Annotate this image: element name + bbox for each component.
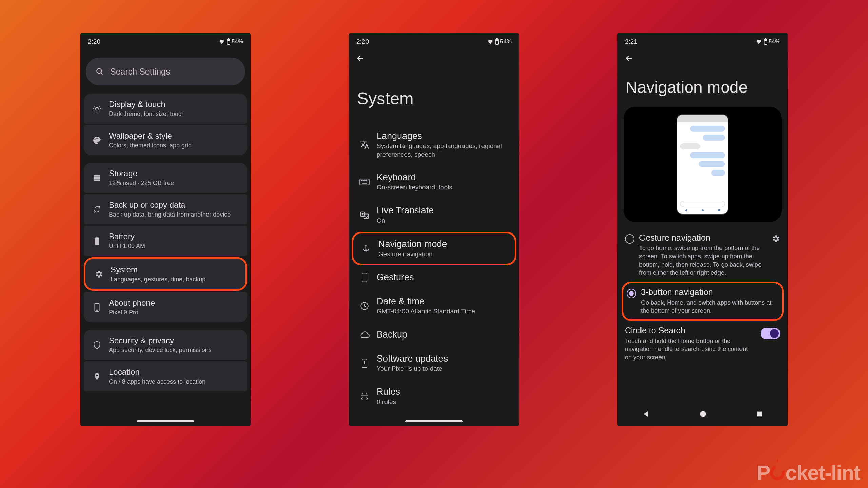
row-title: Location (109, 367, 242, 377)
row-sub: Your Pixel is up to date (377, 365, 512, 373)
svg-point-30 (700, 411, 706, 417)
svg-rect-24 (362, 273, 367, 282)
triangle-back-icon (642, 410, 650, 418)
row-navigation-mode[interactable]: Navigation modeGesture navigation (352, 232, 516, 266)
row-title: Backup (377, 329, 512, 340)
cts-toggle-on[interactable] (761, 328, 780, 339)
svg-rect-10 (96, 237, 98, 238)
row-sub: Dark theme, font size, touch (109, 110, 242, 118)
page-title: System (349, 64, 519, 124)
row-title: Gestures (377, 272, 512, 283)
option-3button-navigation[interactable]: 3-button navigation Go back, Home, and s… (622, 282, 784, 321)
nav-home-button[interactable] (699, 410, 707, 420)
wifi-icon (218, 38, 225, 45)
row-title: Date & time (377, 296, 512, 307)
gesture-nav-bar[interactable] (137, 420, 194, 422)
row-title: Rules (377, 387, 512, 397)
option-sub: To go home, swipe up from the bottom of … (639, 244, 767, 277)
row-sub: Until 1:00 AM (109, 243, 242, 250)
circle-to-search-row[interactable]: Circle to Search Touch and hold the Home… (617, 321, 788, 366)
radio-unselected[interactable] (625, 234, 634, 244)
svg-line-4 (101, 73, 102, 74)
row-backup-copy[interactable]: Back up or copy dataBack up data, bring … (84, 194, 247, 224)
row-storage[interactable]: Storage12% used · 225 GB free (84, 163, 247, 193)
back-button[interactable] (617, 47, 788, 64)
row-keyboard[interactable]: KeyboardOn-screen keyboard, tools (349, 165, 519, 199)
row-title: Languages (377, 131, 512, 141)
row-title: Live Translate (377, 205, 512, 216)
option-gesture-navigation[interactable]: Gesture navigation To go home, swipe up … (617, 228, 788, 282)
power-icon (770, 465, 785, 480)
svg-point-3 (97, 68, 101, 73)
row-title: Battery (109, 232, 242, 241)
row-rules[interactable]: Rules0 rules (349, 380, 519, 413)
row-sub: Colors, themed icons, app grid (109, 142, 242, 149)
gestures-icon (361, 272, 368, 283)
gesture-settings-button[interactable] (771, 234, 780, 244)
row-sub: 12% used · 225 GB free (109, 180, 242, 187)
svg-rect-7 (94, 177, 100, 178)
svg-rect-1 (228, 38, 229, 39)
radio-selected[interactable] (627, 289, 636, 298)
search-settings[interactable]: Search Settings (86, 58, 245, 85)
svg-rect-14 (496, 38, 498, 39)
sync-icon (93, 205, 101, 214)
svg-rect-2 (227, 41, 230, 44)
row-battery[interactable]: BatteryUntil 1:00 AM (84, 226, 247, 256)
row-display-touch[interactable]: Display & touchDark theme, font size, to… (84, 94, 247, 124)
status-time: 2:21 (625, 38, 637, 45)
row-title: Keyboard (377, 172, 512, 183)
option-title: Gesture navigation (639, 233, 767, 243)
system-list: LanguagesSystem languages, app languages… (349, 124, 519, 413)
wifi-icon (755, 38, 763, 45)
status-bar: 2:21 54% (617, 33, 788, 47)
row-languages[interactable]: LanguagesSystem languages, app languages… (349, 124, 519, 165)
row-title: Navigation mode (378, 239, 510, 249)
row-title: Storage (109, 169, 242, 178)
row-sub: On (377, 217, 512, 225)
svg-point-19 (364, 180, 365, 181)
gesture-nav-bar[interactable] (405, 420, 463, 422)
navigation-icon (361, 244, 371, 254)
status-time: 2:20 (356, 38, 369, 45)
svg-rect-9 (95, 237, 99, 245)
nav-recents-button[interactable] (756, 410, 763, 419)
battery-text: 54% (232, 38, 243, 45)
row-title: Back up or copy data (109, 200, 242, 210)
svg-rect-31 (757, 412, 762, 417)
location-icon (93, 372, 101, 381)
row-live-translate[interactable]: Live TranslateOn (349, 199, 519, 232)
row-sub: App security, device lock, permissions (109, 347, 242, 354)
nav-preview (624, 107, 782, 222)
watermark: Pcket-lint (756, 461, 860, 485)
row-title: Security & privacy (109, 336, 242, 345)
row-location[interactable]: LocationOn / 8 apps have access to locat… (84, 361, 247, 391)
row-sub: GMT-04:00 Atlantic Standard Time (377, 307, 512, 316)
row-system[interactable]: SystemLanguages, gestures, time, backup (84, 257, 247, 291)
back-button[interactable] (349, 47, 519, 64)
brightness-icon (93, 104, 101, 113)
battery-icon (226, 38, 231, 45)
nav-back-button[interactable] (642, 410, 650, 420)
cts-sub: Touch and hold the Home button or the na… (625, 337, 755, 362)
row-backup[interactable]: Backup (349, 323, 519, 347)
battery-icon (495, 38, 499, 45)
circle-home-icon (699, 410, 707, 418)
battery-row-icon (94, 237, 100, 245)
gear-icon (94, 270, 103, 279)
svg-point-18 (363, 180, 363, 181)
battery-icon (763, 38, 768, 45)
row-security[interactable]: Security & privacyApp security, device l… (84, 330, 247, 360)
row-date-time[interactable]: Date & timeGMT-04:00 Atlantic Standard T… (349, 289, 519, 323)
update-icon (361, 358, 368, 368)
row-software-updates[interactable]: Software updatesYour Pixel is up to date (349, 347, 519, 380)
status-bar: 2:20 54% (80, 33, 251, 47)
row-about-phone[interactable]: About phonePixel 9 Pro (84, 292, 247, 322)
settings-list: Display & touchDark theme, font size, to… (80, 94, 251, 391)
phone-navigation-mode: 2:21 54% Navigation mode (617, 33, 788, 426)
nav-options: Gesture navigation To go home, swipe up … (617, 222, 788, 321)
row-sub: 0 rules (377, 398, 512, 406)
row-wallpaper[interactable]: Wallpaper & styleColors, themed icons, a… (84, 125, 247, 155)
translate-icon (360, 140, 369, 149)
row-gestures[interactable]: Gestures (349, 265, 519, 289)
